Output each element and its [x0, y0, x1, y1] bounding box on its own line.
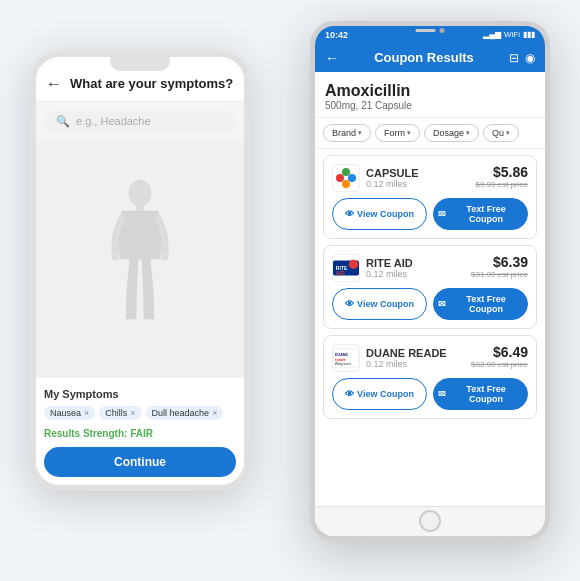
search-placeholder: e.g., Headache: [76, 115, 151, 127]
left-phone-screen: ← What are your symptoms? 🔍 e.g., Headac…: [36, 57, 244, 485]
phone-home-area: [315, 506, 545, 536]
riteaid-price-section: $6.39 $31.99 est price: [471, 254, 528, 279]
filter-brand[interactable]: Brand ▾: [323, 124, 371, 142]
duanereade-actions: 👁 View Coupon ✉ Text Free Coupon: [332, 378, 528, 410]
coupon-content: Amoxicillin 500mg, 21 Capsule Brand ▾ Fo…: [315, 72, 545, 425]
duanereade-view-coupon-button[interactable]: 👁 View Coupon: [332, 378, 427, 410]
symptom-tag-nausea: Nausea ×: [44, 406, 95, 420]
pharmacy-card-duanereade: DUANE reade Walgreens DUANE READE 0.12 m…: [323, 335, 537, 419]
filter-dosage[interactable]: Dosage ▾: [424, 124, 479, 142]
svg-text:reade: reade: [335, 356, 347, 361]
capsule-text-coupon-button[interactable]: ✉ Text Free Coupon: [433, 198, 528, 230]
svg-point-2: [336, 174, 344, 182]
message-icon: ✉: [438, 299, 446, 309]
remove-chills-icon[interactable]: ×: [130, 408, 135, 418]
nav-action-icons: ⊟ ◉: [509, 51, 535, 65]
message-icon: ✉: [438, 389, 446, 399]
svg-point-4: [348, 174, 356, 182]
left-phone-notch: [110, 57, 170, 71]
capsule-info: CAPSULE 0.12 miles: [332, 164, 419, 192]
duanereade-price: $6.49: [471, 344, 528, 360]
svg-point-0: [129, 180, 151, 206]
svg-text:AID: AID: [336, 270, 345, 276]
capsule-name: CAPSULE: [366, 167, 419, 179]
pharmacy-card-capsule: CAPSULE 0.12 miles $5.86 $9.99 est price…: [323, 155, 537, 239]
wifi-icon: WiFi: [504, 30, 520, 39]
camera-dot: [440, 28, 445, 33]
message-icon: ✉: [438, 209, 446, 219]
symptom-tag-chills: Chills ×: [99, 406, 141, 420]
home-button[interactable]: [419, 510, 441, 532]
symptoms-label: My Symptoms: [44, 388, 236, 400]
right-phone: 10:42 ▂▄▆ WiFi ▮▮▮ ← Coupon Results ⊟ ◉ …: [310, 21, 550, 541]
search-icon: 🔍: [56, 115, 70, 128]
drug-header: Amoxicillin 500mg, 21 Capsule: [315, 72, 545, 118]
capsule-actions: 👁 View Coupon ✉ Text Free Coupon: [332, 198, 528, 230]
filter-form[interactable]: Form ▾: [375, 124, 420, 142]
human-body-figure: [100, 179, 180, 339]
capsule-distance: 0.12 miles: [366, 179, 419, 189]
duanereade-est-price: $32.99 est price: [471, 360, 528, 369]
duanereade-price-section: $6.49 $32.99 est price: [471, 344, 528, 369]
scene: ← What are your symptoms? 🔍 e.g., Headac…: [30, 21, 550, 561]
status-icons: ▂▄▆ WiFi ▮▮▮: [483, 30, 535, 39]
continue-button[interactable]: Continue: [44, 447, 236, 477]
svg-point-9: [349, 259, 358, 268]
capsule-view-coupon-button[interactable]: 👁 View Coupon: [332, 198, 427, 230]
location-icon[interactable]: ◉: [525, 51, 535, 65]
symptom-tags: Nausea × Chills × Dull headache ×: [44, 406, 236, 420]
filter-row: Brand ▾ Form ▾ Dosage ▾ Qu ▾: [315, 118, 545, 149]
remove-headache-icon[interactable]: ×: [212, 408, 217, 418]
symptom-search-bar[interactable]: 🔍 e.g., Headache: [44, 110, 236, 133]
brand-arrow-icon: ▾: [358, 129, 362, 137]
svg-point-3: [342, 168, 350, 176]
drug-detail: 500mg, 21 Capsule: [325, 100, 535, 111]
riteaid-distance: 0.12 miles: [366, 269, 413, 279]
qty-arrow-icon: ▾: [506, 129, 510, 137]
page-title: What are your symptoms?: [70, 76, 233, 91]
capsule-price-section: $5.86 $9.99 est price: [476, 164, 528, 189]
riteaid-info: RITE AID RITE AID 0.12 miles: [332, 254, 413, 282]
filter-quantity[interactable]: Qu ▾: [483, 124, 519, 142]
filter-icon[interactable]: ⊟: [509, 51, 519, 65]
duanereade-text-coupon-button[interactable]: ✉ Text Free Coupon: [433, 378, 528, 410]
riteaid-text-coupon-button[interactable]: ✉ Text Free Coupon: [433, 288, 528, 320]
riteaid-logo: RITE AID: [332, 254, 360, 282]
svg-point-5: [342, 180, 350, 188]
riteaid-name: RITE AID: [366, 257, 413, 269]
speaker-line: [416, 29, 436, 32]
pharmacy-card-riteaid: RITE AID RITE AID 0.12 miles $6.39 $31.: [323, 245, 537, 329]
duanereade-name: DUANE READE: [366, 347, 447, 359]
svg-text:Walgreens: Walgreens: [335, 362, 352, 366]
card-top-capsule: CAPSULE 0.12 miles $5.86 $9.99 est price: [332, 164, 528, 192]
capsule-price: $5.86: [476, 164, 528, 180]
duanereade-distance: 0.12 miles: [366, 359, 447, 369]
back-arrow-icon[interactable]: ←: [46, 75, 62, 93]
symptom-tag-headache: Dull headache ×: [146, 406, 224, 420]
results-strength: Results Strength: FAIR: [44, 428, 236, 439]
duanereade-info: DUANE reade Walgreens DUANE READE 0.12 m…: [332, 344, 447, 372]
dosage-arrow-icon: ▾: [466, 129, 470, 137]
body-diagram-area: [36, 141, 244, 378]
nav-bar: ← Coupon Results ⊟ ◉: [315, 44, 545, 72]
eye-icon: 👁: [345, 299, 354, 309]
left-phone: ← What are your symptoms? 🔍 e.g., Headac…: [30, 51, 250, 491]
nav-title: Coupon Results: [347, 50, 501, 65]
capsule-logo: [332, 164, 360, 192]
riteaid-price: $6.39: [471, 254, 528, 270]
card-top-duanereade: DUANE reade Walgreens DUANE READE 0.12 m…: [332, 344, 528, 372]
svg-rect-1: [136, 204, 144, 211]
camera-area: [416, 28, 445, 33]
nav-back-icon[interactable]: ←: [325, 50, 339, 66]
drug-name: Amoxicillin: [325, 82, 535, 100]
eye-icon: 👁: [345, 209, 354, 219]
riteaid-actions: 👁 View Coupon ✉ Text Free Coupon: [332, 288, 528, 320]
status-time: 10:42: [325, 30, 348, 40]
signal-icon: ▂▄▆: [483, 30, 501, 39]
remove-nausea-icon[interactable]: ×: [84, 408, 89, 418]
riteaid-est-price: $31.99 est price: [471, 270, 528, 279]
form-arrow-icon: ▾: [407, 129, 411, 137]
battery-icon: ▮▮▮: [523, 30, 535, 39]
riteaid-view-coupon-button[interactable]: 👁 View Coupon: [332, 288, 427, 320]
eye-icon: 👁: [345, 389, 354, 399]
